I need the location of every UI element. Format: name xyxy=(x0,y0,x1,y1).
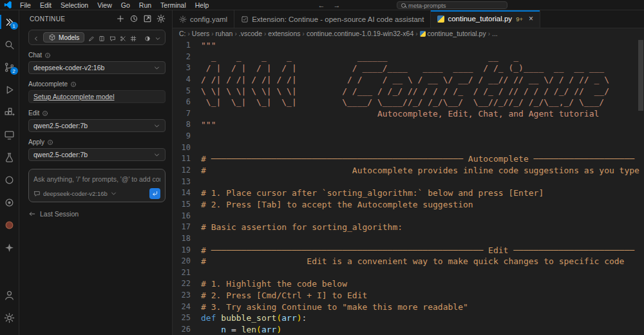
activity-icon-continue[interactable]: 1 xyxy=(0,14,19,30)
breadcrumb-item[interactable]: ... xyxy=(492,30,498,37)
code-line[interactable]: 2 _ _ _ _ ______ __ _ xyxy=(173,52,644,63)
menu-edit[interactable]: Edit xyxy=(36,1,55,9)
breadcrumb-item[interactable]: .vscode xyxy=(239,30,262,37)
setup-autocomplete-button[interactable]: Setup Autocomplete model xyxy=(28,90,166,103)
line-number[interactable]: 11 xyxy=(173,153,201,165)
menu-terminal[interactable]: Terminal xyxy=(156,1,190,9)
code-line[interactable]: 25def bubble_sort(arr): xyxy=(173,312,644,324)
forward-icon[interactable]: → xyxy=(332,1,341,9)
code-line[interactable]: 17# Basic assertion for sorting_algorith… xyxy=(173,222,644,233)
line-number[interactable]: 20 xyxy=(173,256,201,267)
code-line[interactable]: 9 xyxy=(173,131,644,142)
chat-model-select[interactable]: deepseek-coder-v2:16b xyxy=(28,61,166,74)
grid-icon[interactable] xyxy=(130,34,137,41)
code-line[interactable]: 15# 2. Press [Tab] to accept the Autocom… xyxy=(173,199,644,211)
line-number[interactable]: 21 xyxy=(173,267,201,279)
line-number[interactable]: 9 xyxy=(173,131,201,142)
line-number[interactable]: 16 xyxy=(173,211,201,222)
activity-icon-extension-a[interactable] xyxy=(0,172,19,187)
line-number[interactable]: 6 xyxy=(173,97,201,108)
models-chip[interactable]: Models xyxy=(43,32,84,43)
line-number[interactable]: 24 xyxy=(173,302,201,313)
code-line[interactable]: 10 xyxy=(173,142,644,154)
chevron-down-icon[interactable] xyxy=(155,34,161,41)
code-line[interactable]: 24# 3. Try asking Continue to "make this… xyxy=(173,302,644,313)
activity-icon-source-control[interactable]: 2 xyxy=(0,59,19,75)
line-number[interactable]: 4 xyxy=(173,74,201,86)
pencil-icon[interactable] xyxy=(88,34,95,41)
line-number[interactable]: 3 xyxy=(173,62,201,74)
book-icon[interactable] xyxy=(99,34,105,41)
code-line[interactable]: 20# Edit is a convenient way to make qui… xyxy=(173,256,644,267)
chevron-left-icon[interactable] xyxy=(33,34,39,41)
code-line[interactable]: 18 xyxy=(173,233,644,245)
breadcrumb-item[interactable]: extensions xyxy=(268,30,300,37)
menu-file[interactable]: File xyxy=(16,1,35,9)
code-line[interactable]: 12# Autocomplete provides inline code su… xyxy=(173,165,644,177)
menu-selection[interactable]: Selection xyxy=(57,1,92,9)
back-icon[interactable]: ← xyxy=(317,1,326,9)
line-number[interactable]: 13 xyxy=(173,177,201,188)
code-line[interactable]: 11# ────────────────────────────────────… xyxy=(173,153,644,165)
breadcrumb-item[interactable]: C: xyxy=(179,30,186,37)
line-number[interactable]: 14 xyxy=(173,187,201,199)
edit-model-select[interactable]: qwen2.5-coder:7b xyxy=(28,119,166,132)
code-editor[interactable]: 1"""2 _ _ _ _ ______ __ _ 3 / | / | / | … xyxy=(173,39,644,335)
activity-icon-remote-explorer[interactable] xyxy=(0,127,19,142)
command-center-search[interactable]: meta-prompts xyxy=(397,1,507,9)
scrollbar-thumb[interactable] xyxy=(638,40,643,111)
activity-icon-account[interactable] xyxy=(0,287,19,303)
code-line[interactable]: 21 xyxy=(173,267,644,279)
line-number[interactable]: 22 xyxy=(173,278,201,290)
code-line[interactable]: 26 n = len(arr) xyxy=(173,324,644,335)
code-line[interactable]: 6 \_| \_| \_| \_| \____/ \____//_/ /_/\_… xyxy=(173,97,644,108)
line-number[interactable]: 5 xyxy=(173,86,201,97)
activity-icon-search[interactable] xyxy=(0,37,19,52)
activity-icon-run-debug[interactable] xyxy=(0,82,19,97)
editor-scrollbar[interactable] xyxy=(638,40,644,335)
breadcrumb-item[interactable]: Users xyxy=(192,30,209,37)
line-number[interactable]: 10 xyxy=(173,142,201,154)
code-line[interactable]: 7 Autocomplete, Edit, Chat, and Agent tu… xyxy=(173,108,644,120)
chat-input[interactable] xyxy=(33,175,160,183)
send-button[interactable] xyxy=(149,188,160,199)
code-line[interactable]: 14# 1. Place cursor after `sorting_algor… xyxy=(173,187,644,199)
composer-model-select[interactable]: deepseek-coder-v2:16b xyxy=(33,190,117,197)
code-line[interactable]: 1""" xyxy=(173,40,644,52)
code-line[interactable]: 19# ────────────────────────────────────… xyxy=(173,245,644,256)
theme-icon[interactable] xyxy=(144,34,151,41)
activity-icon-extension-d[interactable] xyxy=(0,240,19,255)
breadcrumb-item[interactable]: continue_tutorial.py xyxy=(420,30,486,37)
code-line[interactable]: 3 / | / | / | / | / ____/____ ____ ____ … xyxy=(173,62,644,74)
menu-help[interactable]: Help xyxy=(191,1,213,9)
line-number[interactable]: 8 xyxy=(173,119,201,131)
code-line[interactable]: 8""" xyxy=(173,119,644,131)
code-line[interactable]: 13 xyxy=(173,177,644,188)
code-line[interactable]: 23# 2. Press [Cmd/Ctrl + I] to Edit xyxy=(173,290,644,302)
menu-go[interactable]: Go xyxy=(117,1,134,9)
tab-config-yaml[interactable]: config.yaml xyxy=(173,10,234,28)
code-line[interactable]: 22# 1. Highlight the code below xyxy=(173,278,644,290)
line-number[interactable]: 15 xyxy=(173,199,201,211)
line-number[interactable]: 7 xyxy=(173,108,201,120)
breadcrumb-item[interactable]: continue.continue-1.0.19-win32-x64 xyxy=(307,30,413,37)
last-session-link[interactable]: Last Session xyxy=(28,210,163,218)
history-icon[interactable] xyxy=(129,14,138,23)
code-line[interactable]: 16 xyxy=(173,211,644,222)
gear-icon[interactable] xyxy=(156,14,166,23)
activity-icon-extension-b[interactable] xyxy=(0,195,19,210)
scissors-icon[interactable] xyxy=(120,34,126,41)
line-number[interactable]: 17 xyxy=(173,222,201,233)
activity-icon-extension-c[interactable] xyxy=(0,217,19,233)
menu-view[interactable]: View xyxy=(93,1,116,9)
code-line[interactable]: 5\ \| \ \| \ \| \ \| / /___ / /_/ // / /… xyxy=(173,86,644,97)
line-number[interactable]: 1 xyxy=(173,40,201,52)
activity-icon-extensions[interactable] xyxy=(0,104,19,120)
menu-run[interactable]: Run xyxy=(135,1,155,9)
line-number[interactable]: 18 xyxy=(173,233,201,245)
line-number[interactable]: 2 xyxy=(173,52,201,63)
tab-extension-continue-open-source[interactable]: Extension: Continue - open-source AI cod… xyxy=(234,10,431,28)
line-number[interactable]: 12 xyxy=(173,165,201,177)
code-line[interactable]: 4/ /| / /| / /| / /| / / / __ \ / __ \/ … xyxy=(173,74,644,86)
close-icon[interactable]: × xyxy=(529,15,533,23)
